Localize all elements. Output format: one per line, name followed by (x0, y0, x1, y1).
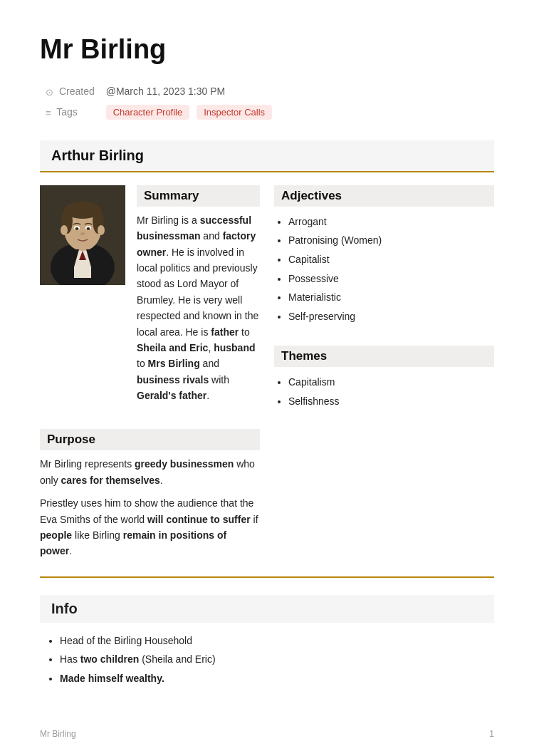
list-item: Capitalism (288, 373, 494, 392)
svg-point-13 (61, 225, 68, 235)
summary-block: Summary Mr Birling is a successful busin… (137, 185, 260, 404)
list-item: Materialistic (288, 288, 494, 307)
gold-divider-top (40, 171, 494, 172)
list-item: Selfishness (288, 392, 494, 411)
adjectives-title: Adjectives (274, 185, 494, 207)
tag-inspector-calls[interactable]: Inspector Calls (197, 105, 272, 120)
tags-cell: Character Profile Inspector Calls (100, 101, 494, 123)
adjectives-list: Arrogant Patronising (Women) Capitalist … (274, 212, 494, 326)
tag-character-profile[interactable]: Character Profile (106, 105, 190, 120)
svg-point-11 (87, 227, 90, 230)
gold-divider-bottom (40, 576, 494, 578)
summary-title: Summary (137, 185, 260, 207)
list-item: Patronising (Women) (288, 231, 494, 250)
created-value: @March 11, 2023 1:30 PM (100, 82, 494, 101)
list-item: Self-preserving (288, 307, 494, 326)
purpose-text-2: Priestley uses him to show the audience … (40, 495, 260, 559)
svg-point-14 (98, 225, 105, 235)
info-section: Info Head of the Birling Household Has t… (40, 595, 494, 688)
profile-row: Summary Mr Birling is a successful busin… (40, 185, 260, 404)
themes-title: Themes (274, 346, 494, 367)
purpose-title: Purpose (40, 429, 260, 450)
portrait-svg (40, 185, 125, 285)
page-title: Mr Birling (40, 34, 494, 65)
svg-point-12 (80, 232, 85, 235)
created-label-cell: ⊙ Created (40, 82, 100, 101)
footer: Mr Birling 1 (40, 729, 494, 739)
themes-list: Capitalism Selfishness (274, 373, 494, 410)
list-item: Arrogant (288, 212, 494, 232)
page: Mr Birling ⊙ Created @March 11, 2023 1:3… (0, 0, 534, 756)
info-title: Info (40, 595, 494, 623)
list-item: Made himself wealthy. (60, 669, 494, 688)
tags-label: Tags (56, 106, 78, 118)
content-grid: Summary Mr Birling is a successful busin… (40, 185, 494, 559)
adjectives-block: Adjectives Arrogant Patronising (Women) … (274, 185, 494, 326)
left-column: Summary Mr Birling is a successful busin… (40, 185, 260, 559)
right-column: Adjectives Arrogant Patronising (Women) … (274, 185, 494, 559)
meta-tags-row: ≡ Tags Character Profile Inspector Calls (40, 101, 494, 123)
tags-label-cell: ≡ Tags (40, 101, 100, 123)
portrait (40, 185, 125, 285)
info-list: Head of the Birling Household Has two ch… (40, 631, 494, 688)
svg-point-10 (75, 227, 79, 230)
footer-page: 1 (489, 729, 494, 739)
list-item: Capitalist (288, 250, 494, 269)
clock-icon: ⊙ (46, 87, 53, 98)
purpose-text-1: Mr Birling represents greedy businessmen… (40, 456, 260, 488)
meta-table: ⊙ Created @March 11, 2023 1:30 PM ≡ Tags… (40, 82, 494, 123)
section-header: Arthur Birling (40, 140, 494, 171)
purpose-block: Purpose Mr Birling represents greedy bus… (40, 429, 260, 559)
list-item: Has two children (Sheila and Eric) (60, 650, 494, 669)
list-icon: ≡ (46, 108, 51, 118)
created-label: Created (59, 86, 95, 97)
themes-block: Themes Capitalism Selfishness (274, 346, 494, 410)
list-item: Head of the Birling Household (60, 631, 494, 651)
footer-label: Mr Birling (40, 729, 76, 739)
list-item: Possessive (288, 269, 494, 289)
summary-text: Mr Birling is a successful businessman a… (137, 212, 260, 404)
meta-created-row: ⊙ Created @March 11, 2023 1:30 PM (40, 82, 494, 101)
